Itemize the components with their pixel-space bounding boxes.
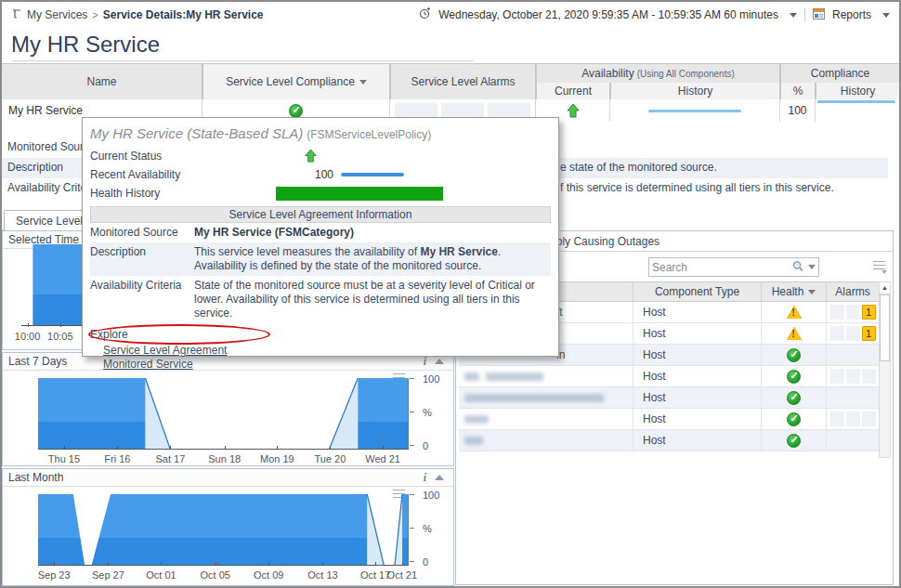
last-7-days-chart (38, 378, 409, 450)
outages-table-row[interactable]: Host (459, 409, 879, 430)
breadcrumb-current: Service Details:My HR Service (103, 8, 264, 21)
status-up-arrow-icon[interactable] (566, 103, 581, 119)
availability-sparkline (341, 173, 404, 176)
last-7-days-xaxis: Thu 15Fri 16Sat 17Sun 18Mon 19Tue 20Wed … (38, 451, 409, 464)
outages-header-alarms[interactable]: Alarms (827, 282, 879, 301)
last-month-panel: Last Month i Sep 23Sep 27Oct 01Oct 05Oct… (2, 468, 454, 586)
last-month-chart (38, 494, 409, 566)
redacted-name-blur (464, 437, 483, 445)
reports-icon (813, 8, 825, 22)
title-underline (11, 60, 474, 61)
service-level-agreement-link[interactable]: Service Level Agreement (103, 344, 227, 357)
warning-alarm-count-badge[interactable]: 1 (862, 326, 876, 341)
recent-availability-row: Recent Availability 100 (90, 165, 551, 184)
sort-desc-icon (808, 290, 816, 294)
last-7-days-panel: Last 7 Days i Thu 15Fri 16Sat 17Sun 18Mo… (2, 352, 454, 466)
top-bar: My Services > Service Details:My HR Serv… (2, 2, 899, 28)
description-value: This service level measures the availabi… (194, 242, 551, 276)
health-ok-icon[interactable] (787, 434, 801, 448)
time-range-icon (419, 7, 431, 22)
last-month-yaxis: 100%0 (415, 490, 452, 567)
service-summary-table: Name Service Level Compliance Service Le… (2, 63, 899, 121)
last-7-days-title: Last 7 Days (8, 355, 67, 368)
redacted-name-blur (464, 394, 604, 402)
collapse-icon[interactable] (435, 475, 444, 480)
sort-desc-icon (359, 80, 367, 85)
column-group-compliance: Compliance (780, 64, 899, 83)
column-header-name[interactable]: Name (2, 64, 202, 99)
service-details-page: My Services > Service Details:My HR Serv… (0, 0, 901, 588)
search-box (648, 257, 819, 277)
availability-history-cell[interactable] (610, 99, 780, 122)
redacted-name-blur (464, 372, 479, 381)
current-status-row: Current Status (90, 147, 551, 165)
alarm-count-critical (441, 103, 484, 118)
health-warning-icon[interactable] (787, 327, 802, 340)
compliance-percent-cell: 100 (780, 99, 816, 122)
table-options-icon[interactable] (873, 261, 885, 270)
outages-table-row[interactable]: Host (459, 430, 879, 451)
outages-header-component-type[interactable]: Component Type (633, 282, 762, 301)
status-up-arrow-icon (304, 149, 318, 163)
availability-sparkline (648, 110, 741, 112)
search-options-dropdown-icon[interactable] (808, 265, 816, 269)
scroll-up-icon[interactable]: ▲ (880, 282, 890, 294)
sla-info-section-header: Service Level Agreement Information (90, 206, 551, 223)
last-month-xaxis: Sep 23Sep 27Oct 01Oct 05Oct 09Oct 13Oct … (38, 567, 409, 580)
health-ok-icon[interactable] (787, 391, 801, 405)
outages-table-row[interactable]: Host (459, 387, 879, 409)
column-header-availability-history[interactable]: History (610, 83, 780, 99)
monitored-source-value: My HR Service (FSMCategory) (194, 223, 551, 242)
info-icon[interactable]: i (419, 471, 431, 485)
criteria-text-fragment: f this service is determined using all t… (560, 181, 834, 194)
hierarchy-icon (11, 8, 22, 22)
health-ok-icon[interactable] (787, 348, 801, 362)
explore-label: Explore (90, 328, 551, 341)
breadcrumb-separator: > (92, 9, 98, 20)
last-month-title: Last Month (8, 471, 63, 484)
scrollbar-thumb[interactable] (880, 294, 890, 361)
compliance-sparkline (817, 100, 895, 103)
collapse-icon[interactable] (435, 359, 444, 364)
outages-header-health[interactable]: Health (762, 282, 827, 301)
column-header-compliance-history[interactable]: History (816, 83, 899, 99)
popup-availability-criteria-row: Availability Criteria State of the monit… (90, 276, 551, 323)
health-history-row: Health History (90, 184, 551, 203)
breadcrumb-root[interactable]: My Services (27, 8, 87, 21)
page-title: My HR Service (11, 32, 160, 58)
criteria-value: State of the monitored source must be at… (194, 276, 551, 323)
recent-availability-value: 100 (315, 168, 333, 181)
compliance-history-cell[interactable] (816, 99, 899, 122)
sla-details-popup: My HR Service (State-Based SLA)(FSMServi… (82, 117, 559, 357)
column-header-current[interactable]: Current (536, 83, 610, 99)
health-ok-icon[interactable] (787, 412, 801, 426)
redacted-name-blur (486, 372, 543, 381)
warning-alarm-count-badge[interactable]: 1 (862, 305, 876, 320)
time-range-selector[interactable]: Wednesday, October 21, 2020 9:59:35 AM -… (438, 8, 778, 21)
outages-table-row[interactable]: Host (459, 366, 879, 387)
description-label: Description (7, 161, 63, 174)
popup-title: My HR Service (State-Based SLA)(FSMServi… (90, 125, 551, 141)
health-history-bar (276, 187, 443, 201)
reports-dropdown-icon[interactable] (882, 13, 890, 18)
popup-monitored-source-row: Monitored Source My HR Service (FSMCateg… (90, 223, 551, 242)
divider (804, 8, 805, 21)
description-text-fragment: e state of the monitored source. (560, 161, 717, 174)
column-header-percent[interactable]: % (780, 83, 816, 99)
time-range-dropdown-icon[interactable] (790, 13, 797, 18)
scrollbar[interactable]: ▲ (879, 281, 891, 458)
breadcrumb: My Services > Service Details:My HR Serv… (11, 8, 264, 22)
alarm-count-warning (488, 103, 530, 118)
alarm-count-fatal (395, 103, 437, 118)
search-input[interactable] (652, 261, 791, 274)
column-header-service-level-alarms[interactable]: Service Level Alarms (390, 64, 536, 99)
last-7-days-yaxis: 100%0 (415, 373, 452, 451)
compliance-ok-icon[interactable] (289, 104, 303, 118)
column-header-service-level-compliance[interactable]: Service Level Compliance (202, 64, 390, 99)
reports-menu[interactable]: Reports (832, 8, 871, 21)
health-warning-icon[interactable] (787, 306, 802, 319)
monitored-service-link[interactable]: Monitored Service (103, 358, 193, 371)
popup-description-row: Description This service level measures … (90, 242, 551, 276)
search-icon[interactable] (791, 260, 804, 275)
health-ok-icon[interactable] (787, 370, 801, 384)
